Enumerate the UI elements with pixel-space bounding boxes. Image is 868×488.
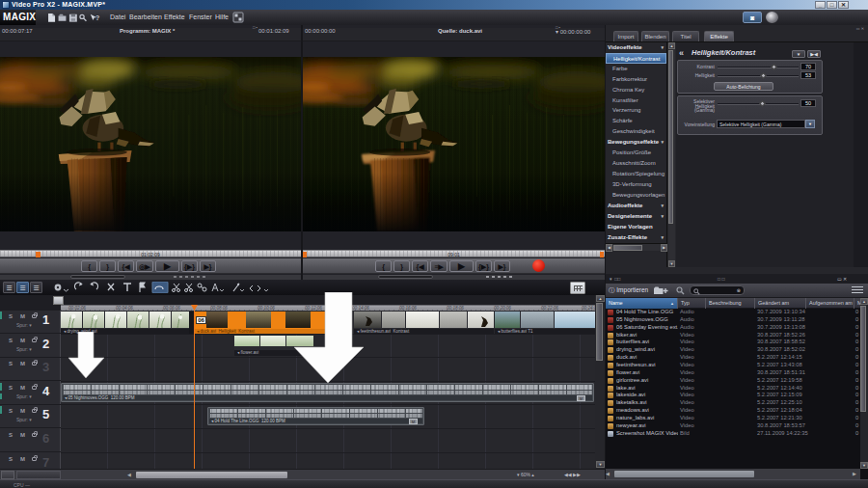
svg-text:?: ?: [95, 14, 99, 21]
